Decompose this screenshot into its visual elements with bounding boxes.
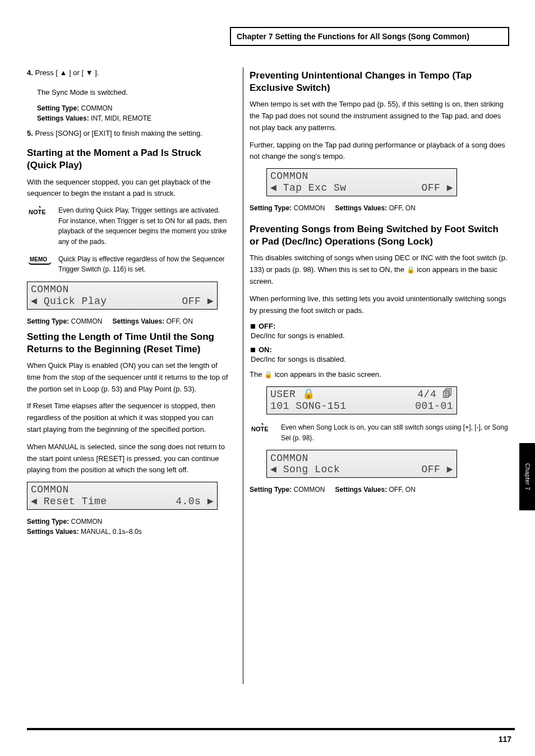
- label: Setting Type:: [37, 104, 79, 112]
- note-text: Even during Quick Play, Trigger settings…: [58, 205, 229, 247]
- label: Settings Values:: [335, 486, 387, 494]
- value: MANUAL, 0.1s–8.0s: [81, 528, 142, 536]
- bullet-head: ON:: [259, 345, 272, 354]
- paragraph: When tempo is set with the Tempo pad (p.…: [250, 99, 509, 133]
- paragraph: When Quick Play is enabled (ON) you can …: [27, 360, 229, 395]
- step-4: 4. Press [ ▲ ] or [ ▼ ].: [27, 67, 229, 79]
- heading-song-lock: Preventing Songs from Being Switched by …: [250, 223, 509, 248]
- memo-block: MEMO Quick Play is effective regardless …: [27, 254, 229, 275]
- bullet-head: OFF:: [259, 322, 275, 330]
- text: icon appears in the basic screen.: [275, 370, 381, 379]
- lcd-line2-right: OFF ▶: [409, 464, 453, 476]
- lcd-line1: COMMON: [270, 170, 308, 182]
- step-number: 5.: [27, 129, 33, 137]
- left-column: 4. Press [ ▲ ] or [ ▼ ]. The Sync Mode i…: [27, 67, 229, 541]
- step-text: Press [SONG] or [EXIT] to finish making …: [35, 129, 202, 137]
- value: OFF, ON: [389, 486, 416, 494]
- bullet-item: ON: Dec/Inc for songs is disabled.: [251, 345, 509, 363]
- footer-rule: [27, 728, 515, 730]
- note-block: NOTE Even during Quick Play, Trigger set…: [27, 205, 229, 247]
- lock-icon: 🔒: [407, 266, 415, 274]
- lcd-line2-left: ◀ Tap Exc Sw: [270, 182, 347, 194]
- value: COMMON: [71, 317, 102, 325]
- value: OFF, ON: [167, 317, 193, 325]
- note-block: NOTE Even when Song Lock is on, you can …: [250, 422, 509, 443]
- label: Setting Type:: [27, 518, 69, 525]
- heading-quick-play: Starting at the Moment a Pad Is Struck (…: [27, 147, 229, 172]
- setting-row: Setting Type: COMMON Settings Values: OF…: [250, 204, 509, 212]
- heading-reset-time: Setting the Length of Time Until the Son…: [27, 331, 229, 356]
- label: Settings Values:: [27, 528, 79, 536]
- step-result: The Sync Mode is switched.: [37, 87, 229, 99]
- chapter-title: Chapter 7 Setting the Functions for All …: [230, 27, 509, 46]
- step-text: ].: [95, 68, 99, 77]
- lock-icon: 🔒: [264, 371, 273, 379]
- memo-icon: MEMO: [27, 254, 53, 266]
- label: Settings Values:: [335, 204, 387, 212]
- value: COMMON: [293, 204, 325, 212]
- lcd-line1-right: 4/4 🗐: [417, 389, 453, 400]
- lcd-line1-left: USER 🔒: [270, 389, 315, 400]
- down-icon: ▼: [86, 68, 93, 77]
- lcd-line1: COMMON: [31, 284, 69, 296]
- page-number: 117: [499, 735, 511, 744]
- lcd-line2-right: OFF ▶: [169, 296, 214, 307]
- lcd-line1: COMMON: [31, 484, 69, 496]
- lcd-line2-right: 001-01: [415, 400, 453, 412]
- setting-row: Setting Type: COMMON: [37, 104, 229, 112]
- setting-row: Setting Type: COMMON: [27, 518, 229, 525]
- up-icon: ▲: [60, 68, 67, 77]
- paragraph: If Reset Time elapses after the sequence…: [27, 400, 229, 435]
- value: COMMON: [71, 518, 102, 525]
- paragraph: Further, tapping on the Tap pad during p…: [250, 140, 509, 163]
- lcd-screen-tap: COMMON ◀ Tap Exc Sw OFF ▶: [266, 168, 457, 196]
- memo-text: Quick Play is effective regardless of ho…: [58, 254, 229, 275]
- label: Setting Type:: [27, 317, 69, 325]
- lcd-screen-quick: COMMON ◀ Quick Play OFF ▶: [27, 282, 218, 310]
- svg-text:NOTE: NOTE: [251, 426, 269, 432]
- value: OFF, ON: [389, 204, 416, 212]
- setting-row: Setting Type: COMMON Settings Values: OF…: [27, 317, 229, 325]
- right-column: Preventing Unintentional Changes in Temp…: [250, 67, 509, 499]
- svg-text:MEMO: MEMO: [30, 256, 47, 262]
- note-icon: NOTE: [27, 205, 53, 218]
- step-text: Press [: [35, 68, 59, 77]
- bullet-body: Dec/Inc for songs is enabled.: [251, 331, 509, 340]
- note-text: Even when Song Lock is on, you can still…: [281, 422, 509, 443]
- square-bullet-icon: [251, 324, 255, 329]
- setting-row: Settings Values: MANUAL, 0.1s–8.0s: [27, 528, 229, 536]
- lcd-line2-right: OFF ▶: [409, 182, 453, 194]
- bullet-item: OFF: Dec/Inc for songs is enabled.: [251, 322, 509, 340]
- setting-row: Setting Type: COMMON Settings Values: OF…: [250, 486, 509, 494]
- square-bullet-icon: [251, 348, 255, 352]
- label: Settings Values:: [112, 317, 164, 325]
- step-number: 4.: [27, 68, 33, 77]
- paragraph: When MANUAL is selected, since the song …: [27, 441, 229, 476]
- lcd-screen-reset: COMMON ◀ Reset Time 4.0s ▶: [27, 482, 218, 510]
- column-divider: [243, 67, 243, 684]
- value: COMMON: [81, 104, 112, 112]
- note-icon: NOTE: [250, 422, 275, 435]
- lcd-screen-lock: COMMON ◀ Song Lock OFF ▶: [266, 450, 457, 478]
- lcd-line2-left: ◀ Song Lock: [270, 464, 340, 476]
- paragraph: This disables switching of songs when us…: [250, 252, 509, 287]
- text: The: [250, 370, 264, 379]
- label: Settings Values:: [37, 114, 89, 122]
- lcd-line2-left: ◀ Reset Time: [31, 496, 107, 508]
- paragraph: When performing live, this setting lets …: [250, 293, 509, 317]
- lcd-screen-user: USER 🔒4/4 🗐 101 SONG-151001-01: [266, 386, 457, 414]
- value: INT, MIDI, REMOTE: [91, 114, 151, 122]
- step-text: ] or [: [69, 68, 86, 77]
- heading-tap-exclusive: Preventing Unintentional Changes in Temp…: [250, 70, 509, 94]
- paragraph: The 🔒 icon appears in the basic screen.: [250, 369, 509, 381]
- lcd-line2-right: 4.0s ▶: [169, 496, 214, 508]
- lcd-line1: COMMON: [270, 453, 308, 464]
- lcd-line2-left: 101 SONG-151: [270, 400, 347, 412]
- label: Setting Type:: [250, 204, 292, 212]
- bullet-body: Dec/Inc for songs is disabled.: [251, 355, 509, 363]
- value: COMMON: [293, 486, 325, 494]
- setting-row: Settings Values: INT, MIDI, REMOTE: [37, 114, 229, 122]
- label: Setting Type:: [250, 486, 292, 494]
- svg-text:NOTE: NOTE: [29, 209, 46, 215]
- lcd-line2-left: ◀ Quick Play: [31, 296, 107, 307]
